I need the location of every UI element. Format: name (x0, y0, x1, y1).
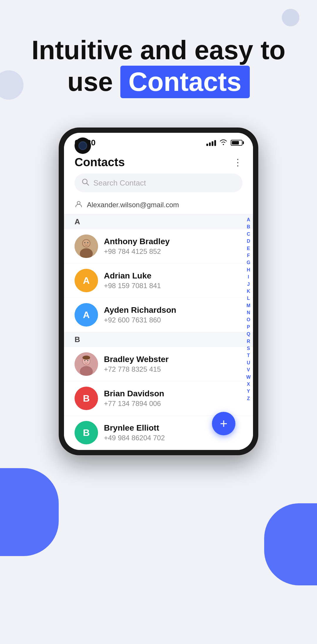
alpha-e[interactable]: E (246, 245, 251, 252)
alpha-f[interactable]: F (246, 252, 251, 259)
svg-point-15 (82, 356, 90, 360)
signal-bar-3 (212, 141, 213, 146)
alpha-o[interactable]: O (246, 317, 251, 323)
avatar: A (75, 303, 98, 327)
contact-phone: +72 778 8325 415 (104, 365, 242, 373)
contact-info: Bradley Webster +72 778 8325 415 (104, 355, 242, 373)
avatar: B (75, 387, 98, 410)
alpha-w[interactable]: W (246, 374, 251, 380)
alpha-v[interactable]: V (246, 367, 251, 373)
alpha-k[interactable]: K (246, 288, 251, 295)
phone-frame: 09:20 (59, 128, 258, 455)
contact-row[interactable]: A Adrian Luke +98 159 7081 841 (64, 264, 253, 298)
search-icon (82, 178, 89, 188)
avatar: B (75, 421, 98, 444)
hero-line1: Intuitive and easy to (31, 35, 285, 65)
app-title: Contacts (75, 156, 125, 169)
contact-name: Anthony Bradley (104, 237, 242, 246)
contact-phone: +98 784 4125 852 (104, 247, 242, 256)
signal-bar-2 (209, 142, 211, 146)
alpha-d[interactable]: D (246, 238, 251, 244)
contact-row[interactable]: B Brian Davidson +77 134 7894 006 (64, 381, 253, 416)
contact-phone: +77 134 7894 006 (104, 400, 242, 408)
contact-name: Brian Davidson (104, 389, 242, 398)
alpha-j[interactable]: J (246, 281, 251, 288)
contact-info: Anthony Bradley +98 784 4125 852 (104, 237, 242, 256)
contact-name: Adrian Luke (104, 271, 242, 281)
signal-bars-icon (206, 140, 216, 146)
bg-blob-bottom-left (0, 468, 59, 556)
alpha-y[interactable]: Y (246, 388, 251, 395)
alphabet-index: A B C D E F G H I J K L M N O (246, 214, 251, 404)
contact-row[interactable]: Anthony Bradley +98 784 4125 852 (64, 229, 253, 264)
contact-info: Adrian Luke +98 159 7081 841 (104, 271, 242, 290)
bg-blob-bottom-right (264, 503, 317, 585)
hero-line2-prefix: use (67, 67, 113, 96)
alpha-c[interactable]: C (246, 231, 251, 237)
contact-name: Ayden Richardson (104, 305, 242, 315)
status-icons (206, 139, 242, 147)
account-row: Alexander.wilson@gmail.com (64, 197, 253, 214)
alpha-u[interactable]: U (246, 360, 251, 366)
alpha-a[interactable]: A (246, 217, 251, 223)
app-content: Contacts ⋮ Search Contact (64, 150, 253, 450)
hero-section: Intuitive and easy to use Contacts (0, 0, 317, 116)
contact-name: Bradley Webster (104, 355, 242, 364)
contacts-list-area: A (64, 214, 253, 450)
avatar (75, 235, 98, 258)
contact-phone: +98 159 7081 841 (104, 282, 242, 290)
svg-line-1 (87, 183, 89, 185)
alpha-p[interactable]: P (246, 324, 251, 330)
signal-bar-4 (214, 140, 216, 146)
signal-bar-1 (206, 144, 208, 146)
alpha-s[interactable]: S (246, 345, 251, 352)
section-letter-a: A (64, 214, 253, 229)
alpha-q[interactable]: Q (246, 331, 251, 337)
phone-screen: 09:20 (64, 133, 253, 450)
hero-title: Intuitive and easy to use Contacts (23, 35, 294, 98)
battery-icon (231, 140, 242, 146)
alpha-t[interactable]: T (246, 352, 251, 359)
alpha-g[interactable]: G (246, 259, 251, 266)
alpha-i[interactable]: I (246, 274, 251, 280)
camera-notch (75, 137, 91, 154)
alpha-r[interactable]: R (246, 338, 251, 345)
alpha-n[interactable]: N (246, 310, 251, 316)
alpha-l[interactable]: L (246, 295, 251, 302)
svg-point-8 (87, 242, 88, 243)
svg-point-14 (87, 360, 88, 361)
account-icon (75, 200, 83, 210)
app-header: Contacts ⋮ (64, 150, 253, 174)
alpha-h[interactable]: H (246, 267, 251, 273)
svg-point-13 (84, 360, 85, 361)
alpha-b[interactable]: B (246, 224, 251, 230)
account-email: Alexander.wilson@gmail.com (87, 201, 179, 209)
add-contact-fab[interactable]: + (212, 412, 235, 435)
more-options-button[interactable]: ⋮ (233, 157, 242, 168)
svg-point-6 (83, 240, 90, 247)
svg-point-2 (77, 201, 80, 204)
contact-row[interactable]: Bradley Webster +72 778 8325 415 (64, 347, 253, 381)
plus-icon: + (220, 417, 227, 430)
status-bar: 09:20 (64, 133, 253, 150)
alpha-z[interactable]: Z (246, 395, 251, 402)
avatar: A (75, 269, 98, 292)
contact-row[interactable]: A Ayden Richardson +92 600 7631 860 (64, 298, 253, 332)
contact-info: Ayden Richardson +92 600 7631 860 (104, 305, 242, 324)
camera-lens (78, 141, 87, 150)
search-input[interactable]: Search Contact (93, 179, 146, 188)
avatar (75, 352, 98, 376)
section-letter-b: B (64, 332, 253, 347)
svg-point-7 (84, 242, 85, 243)
contact-phone: +92 600 7631 860 (104, 316, 242, 324)
contact-info: Brian Davidson +77 134 7894 006 (104, 389, 242, 408)
phone-wrapper: 09:20 (0, 128, 317, 455)
wifi-icon (220, 139, 227, 147)
alpha-m[interactable]: M (246, 303, 251, 309)
alpha-x[interactable]: X (246, 381, 251, 388)
battery-fill (232, 141, 239, 145)
hero-highlight: Contacts (120, 66, 250, 98)
search-bar[interactable]: Search Contact (75, 174, 242, 192)
